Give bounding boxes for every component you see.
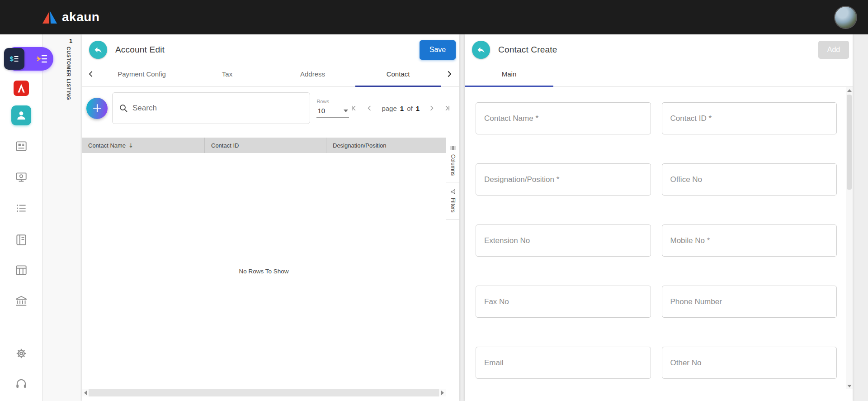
horizontal-scrollbar[interactable] bbox=[82, 389, 446, 396]
prev-page-button[interactable] bbox=[364, 103, 374, 113]
grid-side-rail: Columns Filters bbox=[446, 138, 459, 401]
gear-icon bbox=[14, 347, 28, 360]
save-button[interactable]: Save bbox=[420, 40, 456, 60]
contact-back-button[interactable] bbox=[472, 41, 490, 59]
filters-tab-label: Filters bbox=[450, 198, 456, 213]
page-indicator: page 1 of 1 bbox=[382, 105, 420, 112]
vertical-scrollbar-track[interactable] bbox=[846, 94, 853, 382]
vertical-scrollbar-thumb[interactable] bbox=[847, 95, 852, 190]
contact-form-region bbox=[465, 87, 853, 401]
tab-main[interactable]: Main bbox=[465, 62, 553, 86]
last-page-button[interactable] bbox=[442, 103, 452, 113]
account-edit-panel: Account Edit Save Payment Config Tax Add… bbox=[82, 34, 459, 401]
tabs-scroll-right-button[interactable] bbox=[441, 62, 458, 86]
pos-terminal-icon bbox=[14, 171, 28, 184]
back-arrow-icon bbox=[94, 45, 103, 54]
rows-label: Rows bbox=[316, 99, 349, 104]
user-avatar[interactable] bbox=[835, 7, 856, 28]
scroll-up-arrow[interactable] bbox=[846, 87, 853, 94]
email-field bbox=[476, 347, 651, 379]
office-no-input[interactable] bbox=[662, 163, 837, 196]
sidebar-item-ledger[interactable] bbox=[13, 231, 30, 248]
rows-per-page-value: 10 bbox=[317, 107, 325, 115]
tab-payment-config[interactable]: Payment Config bbox=[99, 62, 184, 86]
first-page-button[interactable] bbox=[349, 103, 359, 113]
sidebar-item-support[interactable] bbox=[13, 375, 30, 392]
email-input[interactable] bbox=[476, 347, 651, 379]
phone-number-input[interactable] bbox=[662, 286, 837, 318]
sidebar-item-pos[interactable] bbox=[13, 169, 30, 186]
other-no-input[interactable] bbox=[662, 347, 837, 379]
contact-table: Contact Name ↓ Contact ID Designation/Po… bbox=[82, 138, 446, 401]
filters-side-tab[interactable]: Filters bbox=[450, 187, 456, 217]
column-header-contact-name[interactable]: Contact Name ↓ bbox=[82, 138, 205, 153]
topbar: akaun bbox=[0, 0, 868, 34]
column-header-contact-id[interactable]: Contact ID bbox=[205, 138, 326, 153]
app-listing-button[interactable]: $ bbox=[4, 48, 24, 70]
headset-icon bbox=[14, 377, 28, 391]
current-page: 1 bbox=[400, 105, 404, 112]
sidebar-item-journal[interactable] bbox=[13, 262, 30, 279]
total-pages: 1 bbox=[416, 105, 420, 112]
scroll-left-arrow[interactable] bbox=[82, 389, 89, 396]
account-tabs-row: Payment Config Tax Address Contact bbox=[82, 62, 459, 87]
sidebar-item-article[interactable] bbox=[13, 138, 30, 155]
tab-address[interactable]: Address bbox=[270, 62, 355, 86]
columns-tab-label: Columns bbox=[450, 154, 456, 176]
contact-panel-header: Contact Create Add bbox=[465, 34, 853, 62]
tab-contact[interactable]: Contact bbox=[355, 62, 441, 86]
vertical-scrollbar[interactable] bbox=[846, 87, 853, 389]
mobile-no-field bbox=[662, 224, 837, 257]
person-icon bbox=[15, 110, 27, 121]
triangle-left-icon bbox=[84, 391, 87, 395]
column-header-designation[interactable]: Designation/Position bbox=[326, 138, 446, 153]
filter-icon bbox=[450, 189, 456, 195]
first-page-icon bbox=[350, 104, 358, 112]
triangle-right-icon bbox=[441, 391, 444, 395]
pdf-icon bbox=[14, 81, 29, 96]
mobile-no-input[interactable] bbox=[662, 224, 837, 257]
columns-icon bbox=[450, 145, 456, 151]
contact-tabs-row: Main bbox=[465, 62, 853, 87]
horizontal-scrollbar-thumb[interactable] bbox=[89, 389, 439, 396]
scroll-down-arrow[interactable] bbox=[846, 382, 853, 389]
search-icon bbox=[119, 104, 128, 113]
list-icon bbox=[14, 201, 28, 215]
scroll-right-arrow[interactable] bbox=[439, 389, 446, 396]
next-page-button[interactable] bbox=[427, 103, 437, 113]
sidebar-item-listing[interactable] bbox=[13, 200, 30, 217]
add-contact-button[interactable] bbox=[86, 98, 108, 119]
sidebar-item-settings[interactable] bbox=[13, 345, 30, 362]
menu-collapse-icon bbox=[36, 54, 47, 64]
pagination: page 1 of 1 bbox=[349, 103, 452, 113]
plus-icon bbox=[92, 103, 102, 113]
svg-text:$: $ bbox=[10, 55, 14, 62]
sales-listing-icon: $ bbox=[9, 53, 20, 64]
extension-no-input[interactable] bbox=[476, 224, 651, 257]
fax-no-input[interactable] bbox=[476, 286, 651, 318]
contact-create-form bbox=[465, 87, 846, 401]
contact-name-input[interactable] bbox=[476, 102, 651, 134]
sidebar-item-bank[interactable] bbox=[13, 293, 30, 310]
akaun-logo[interactable]: akaun bbox=[42, 10, 99, 24]
add-button[interactable]: Add bbox=[818, 41, 849, 59]
contact-panel-title: Contact Create bbox=[498, 45, 557, 55]
rows-per-page-select[interactable]: 10 bbox=[316, 106, 349, 118]
tab-tax[interactable]: Tax bbox=[184, 62, 270, 86]
sidebar-item-pdf-export[interactable] bbox=[13, 80, 30, 97]
extension-no-field bbox=[476, 224, 651, 257]
contact-id-input[interactable] bbox=[662, 102, 837, 134]
ledger-icon bbox=[14, 233, 28, 247]
sidebar-item-customer[interactable] bbox=[11, 105, 31, 125]
designation-field bbox=[476, 163, 651, 196]
rows-per-page-control: Rows 10 bbox=[316, 99, 349, 118]
chevron-right-icon bbox=[446, 70, 453, 78]
module-tab-customer-listing[interactable]: CUSTOMER LISTING bbox=[66, 47, 71, 100]
back-arrow-icon bbox=[476, 45, 486, 54]
search-input[interactable] bbox=[132, 104, 303, 113]
account-back-button[interactable] bbox=[89, 41, 107, 59]
columns-side-tab[interactable]: Columns bbox=[450, 143, 456, 180]
office-no-field bbox=[662, 163, 837, 196]
tabs-scroll-left-button[interactable] bbox=[82, 62, 99, 86]
designation-input[interactable] bbox=[476, 163, 651, 196]
